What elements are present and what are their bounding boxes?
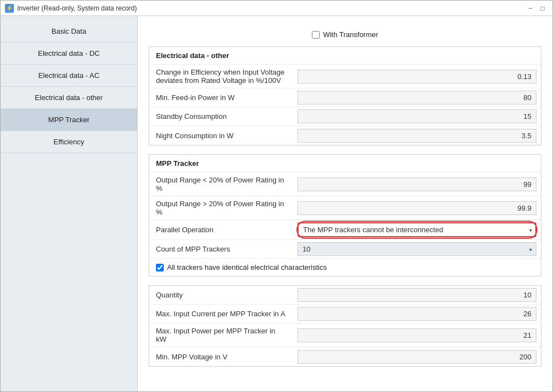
output-above-label: Output Range > 20% of Power Rating in % [149,196,293,219]
sidebar-item-electrical-dc[interactable]: Electrical data - DC [1,43,137,65]
min-mpp-voltage-row: Min. MPP Voltage in V [149,347,541,366]
sidebar-item-mpp-tracker[interactable]: MPP Tracker [1,109,137,131]
quantity-section: Quantity Max. Input Current per MPP Trac… [149,285,541,367]
sidebar-item-electrical-ac[interactable]: Electrical data - AC [1,65,137,87]
title-bar-left: ⚡ Inverter (Read-only, System data recor… [5,4,137,13]
sidebar-item-electrical-other[interactable]: Electrical data - other [1,87,137,109]
count-mpp-select-wrapper: 1234 5678 910 ▾ [293,240,541,258]
min-feedin-value [293,88,541,107]
standby-label: Standby Consumption [149,109,293,124]
transformer-label: With Transformer [323,30,378,39]
output-above-value [293,199,541,217]
count-mpp-label: Count of MPP Trackers [149,242,293,257]
parallel-operation-select-wrapper: The MPP trackers cannot be interconnecte… [293,220,541,239]
min-mpp-voltage-label: Min. MPP Voltage in V [149,349,293,364]
max-current-row: Max. Input Current per MPP Tracker in A [149,305,541,323]
min-feedin-input [298,91,536,104]
max-power-label: Max. Input Power per MPP Tracker in kW [149,323,293,347]
output-below-label: Output Range < 20% of Power Rating in % [149,173,293,196]
quantity-row: Quantity [149,286,541,305]
efficiency-change-input [298,70,536,83]
electrical-other-section: Electrical data - other Change in Effici… [149,46,541,145]
output-above-input [298,201,536,215]
identical-characteristics-checkbox[interactable] [156,264,164,271]
main-content: With Transformer Electrical data - other… [138,16,552,391]
standby-value [293,107,541,126]
sidebar-item-basic-data[interactable]: Basic Data [1,20,137,43]
sidebar-item-efficiency[interactable]: Efficiency [1,131,137,153]
night-consumption-label: Night Consumption in W [149,128,293,143]
output-below-value [293,175,541,194]
parallel-operation-label: Parallel Operation [149,222,293,237]
transformer-checkbox-label[interactable]: With Transformer [312,30,378,39]
parallel-operation-select[interactable]: The MPP trackers cannot be interconnecte… [298,222,536,237]
identical-characteristics-label: All trackers have identical electrical c… [167,263,327,271]
quantity-input [298,288,536,302]
output-above-row: Output Range > 20% of Power Rating in % [149,196,541,220]
main-window: ⚡ Inverter (Read-only, System data recor… [0,0,553,392]
night-consumption-value [293,127,541,145]
min-feedin-row: Min. Feed-in Power in W [149,88,541,107]
quantity-label: Quantity [149,288,293,302]
transformer-row: With Transformer [149,25,541,46]
max-power-input [298,328,536,342]
efficiency-change-label: Change in Efficiency when Input Voltage … [149,65,293,88]
min-feedin-label: Min. Feed-in Power in W [149,90,293,105]
count-mpp-row: Count of MPP Trackers 1234 5678 910 ▾ [149,240,541,259]
transformer-checkbox[interactable] [312,31,320,39]
min-mpp-voltage-input [298,350,536,364]
min-mpp-voltage-value [293,348,541,366]
standby-row: Standby Consumption [149,107,541,126]
max-power-value [293,326,541,344]
max-power-row: Max. Input Power per MPP Tracker in kW [149,323,541,347]
quantity-value [293,286,541,304]
efficiency-change-value [293,67,541,86]
electrical-other-title: Electrical data - other [149,47,541,65]
title-bar-controls: − □ [525,3,548,13]
efficiency-change-row: Change in Efficiency when Input Voltage … [149,65,541,88]
max-current-label: Max. Input Current per MPP Tracker in A [149,306,293,321]
count-mpp-select[interactable]: 1234 5678 910 [298,242,536,256]
sidebar: Basic Data Electrical data - DC Electric… [1,16,138,391]
content-area: Basic Data Electrical data - DC Electric… [1,16,552,391]
max-current-input [298,307,536,321]
window-icon: ⚡ [5,4,14,13]
identical-characteristics-row: All trackers have identical electrical c… [149,259,541,276]
minimize-button[interactable]: − [525,3,536,13]
night-consumption-input [298,129,536,143]
title-bar: ⚡ Inverter (Read-only, System data recor… [1,1,552,16]
mpp-tracker-section: MPP Tracker Output Range < 20% of Power … [149,154,541,276]
mpp-tracker-title: MPP Tracker [149,155,541,173]
max-current-value [293,305,541,323]
window-title: Inverter (Read-only, System data record) [17,4,137,12]
output-below-row: Output Range < 20% of Power Rating in % [149,173,541,196]
maximize-button[interactable]: □ [537,3,548,13]
standby-input [298,109,536,123]
night-consumption-row: Night Consumption in W [149,126,541,145]
parallel-operation-row: Parallel Operation The MPP trackers cann… [149,220,541,240]
output-below-input [298,177,536,191]
